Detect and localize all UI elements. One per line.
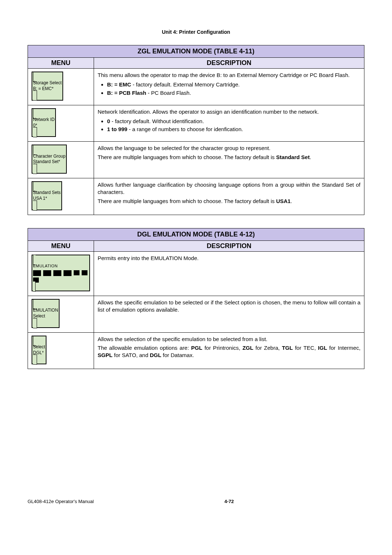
opt-text: - factory default. External Memory Cartr… xyxy=(131,81,240,88)
menu-button: Storage Select B: = EMC* xyxy=(32,72,63,101)
menu-button: Network ID 0* xyxy=(32,108,56,137)
desc-frag: There are multiple languages from which … xyxy=(98,198,276,204)
desc-frag: There are multiple languages from which … xyxy=(98,154,276,160)
emu-icon xyxy=(33,270,41,276)
emulation-label: EMULATION xyxy=(33,263,89,269)
menu-line1: Select xyxy=(33,344,45,350)
menu-line2: USA 1* xyxy=(33,196,61,202)
desc-bold: ZGL xyxy=(242,345,253,351)
desc-line2: The allowable emulation options are: PGL… xyxy=(98,344,360,359)
desc-options: B: = EMC - factory default. External Mem… xyxy=(107,81,360,97)
menu-line1: EMULATION xyxy=(33,308,58,313)
desc-frag: for TEC, xyxy=(293,345,318,351)
zgl-desc-head: DESCRIPTION xyxy=(94,58,364,69)
menu-line2: B: = EMC* xyxy=(33,86,62,92)
desc-intro: This menu allows the operator to map the… xyxy=(98,72,360,79)
zgl-menu-head: MENU xyxy=(28,58,94,69)
zgl-title: ZGL EMULATION MODE (TABLE 4-11) xyxy=(28,45,364,58)
menu-line1: Character Group xyxy=(33,154,65,159)
desc-line1: Allows further language clarification by… xyxy=(98,181,360,196)
menu-line1: Storage Select xyxy=(33,80,62,86)
desc-line2: There are multiple languages from which … xyxy=(98,154,360,161)
unit-header: Unit 4: Printer Configuration xyxy=(28,29,364,35)
table-row: EMULATION Select Allows the specific emu… xyxy=(28,296,364,333)
opt-bold: B: = EMC xyxy=(107,81,131,88)
table-row: EMULATION Permits entry int xyxy=(28,251,364,296)
opt-bold: 1 to 999 xyxy=(107,126,127,132)
menu-line1: Standard Sets xyxy=(33,190,61,196)
emu-icon xyxy=(33,278,39,283)
desc-bold: USA1 xyxy=(276,198,291,204)
menu-line1: Network ID xyxy=(33,117,54,123)
desc-frag: The allowable emulation options are: xyxy=(98,345,191,351)
opt-text: - factory default. Without identificatio… xyxy=(110,118,204,124)
desc-line1: Allows the language to be selected for t… xyxy=(98,145,360,152)
menu-line2: DGL* xyxy=(33,350,45,356)
desc-frag: for SATO, and xyxy=(113,352,150,358)
desc-frag: for Printronics, xyxy=(202,345,242,351)
dgl-table: DGL EMULATION MODE (TABLE 4-12) MENU DES… xyxy=(28,228,364,369)
menu-button: Select DGL* xyxy=(32,336,46,365)
table-row: Select DGL* Allows the selection of the … xyxy=(28,332,364,369)
desc-intro: Network Identification. Allows the opera… xyxy=(98,108,360,116)
desc-bold: IGL xyxy=(318,345,327,351)
desc-bold: Standard Set xyxy=(276,154,310,160)
menu-line2: Standard Set* xyxy=(33,159,65,165)
desc-frag: . xyxy=(310,154,311,160)
menu-line2: Select xyxy=(33,313,58,319)
desc-frag: for Intermec, xyxy=(327,345,360,351)
dgl-menu-head: MENU xyxy=(28,240,94,251)
desc-line2: There are multiple languages from which … xyxy=(98,198,360,205)
emu-icon xyxy=(64,270,72,276)
emu-icon xyxy=(74,270,79,275)
desc-frag: for Datamax. xyxy=(161,352,194,358)
dgl-title: DGL EMULATION MODE (TABLE 4-12) xyxy=(28,228,364,240)
menu-line2: 0* xyxy=(33,123,54,129)
menu-button: EMULATION xyxy=(32,255,90,291)
desc-text: Permits entry into the EMULATION Mode. xyxy=(98,255,360,262)
desc-text: Allows the specific emulation to be sele… xyxy=(98,299,360,314)
table-row: Character Group Standard Set* Allows the… xyxy=(28,142,364,178)
opt-text: - a range of numbers to choose for idenf… xyxy=(127,126,243,132)
desc-bold: DGL xyxy=(150,352,162,358)
dgl-desc-head: DESCRIPTION xyxy=(94,240,364,251)
footer-left: GL408-412e Operator's Manual xyxy=(28,499,94,504)
emu-icon xyxy=(53,270,61,276)
table-row: Standard Sets USA 1* Allows further lang… xyxy=(28,178,364,215)
desc-frag: for Zebra, xyxy=(253,345,282,351)
desc-bold: SGPL xyxy=(98,352,113,358)
menu-button: Standard Sets USA 1* xyxy=(32,181,62,210)
table-row: Network ID 0* Network Identification. Al… xyxy=(28,105,364,142)
emulation-icons xyxy=(33,270,89,283)
desc-line1: Allows the selection of the specific emu… xyxy=(98,336,360,343)
table-row: Storage Select B: = EMC* This menu allow… xyxy=(28,69,364,105)
menu-button: EMULATION Select xyxy=(32,299,60,328)
zgl-table: ZGL EMULATION MODE (TABLE 4-11) MENU DES… xyxy=(28,45,364,215)
page-footer: GL408-412e Operator's Manual 4-72 xyxy=(28,499,364,504)
menu-button: Character Group Standard Set* xyxy=(32,145,67,174)
opt-text: - PC Board Flash. xyxy=(146,90,191,96)
emu-icon xyxy=(82,270,87,275)
desc-frag: . xyxy=(291,198,292,204)
desc-options: 0 - factory default. Without identificat… xyxy=(107,118,360,133)
desc-bold: PGL xyxy=(191,345,203,351)
desc-bold: TGL xyxy=(282,345,293,351)
emu-icon xyxy=(43,270,51,276)
opt-bold: B: = PCB Flash xyxy=(107,90,146,96)
